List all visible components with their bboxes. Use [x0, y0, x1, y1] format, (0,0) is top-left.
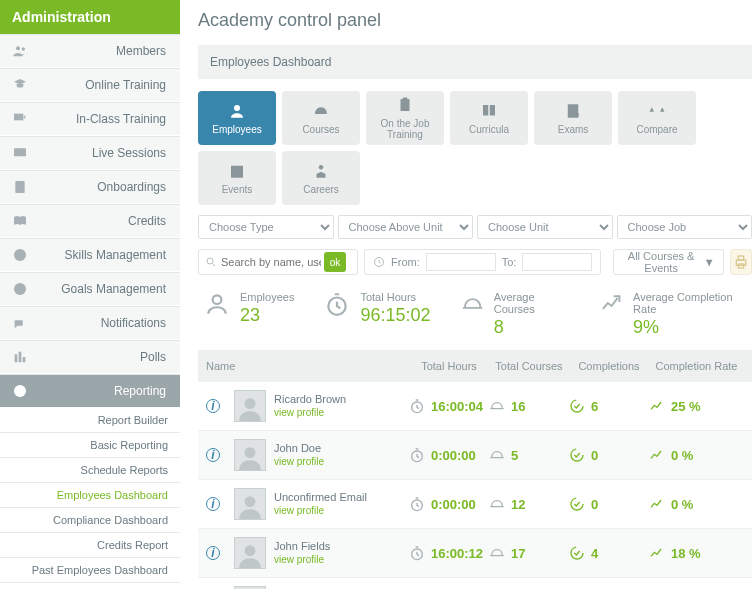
- filter-type[interactable]: Choose Type: [198, 215, 334, 239]
- triangle-down-icon: ▼: [704, 256, 715, 268]
- table-row: i Deppy Hatzi view profile 40:00:15 22 8…: [198, 578, 752, 589]
- completions-value: 0: [591, 497, 598, 512]
- completions-value: 0: [591, 448, 598, 463]
- check-icon: [569, 496, 585, 512]
- tab-label: Employees: [212, 124, 261, 135]
- user-icon: [228, 102, 246, 120]
- sidebar-subitem-credits-report[interactable]: Credits Report: [0, 533, 180, 558]
- polls-icon: [10, 349, 30, 365]
- sidebar-item-skills-management[interactable]: Skills Management: [0, 238, 180, 272]
- info-icon[interactable]: i: [206, 546, 220, 560]
- dropdown-label: All Courses & Events: [622, 250, 699, 274]
- rate-value: 25 %: [671, 399, 701, 414]
- sidebar-subitem-employees-dashboard[interactable]: Employees Dashboard: [0, 483, 180, 508]
- svg-line-1: [213, 264, 216, 267]
- hours-value: 16:00:12: [431, 546, 483, 561]
- sidebar-subitem-external-members-dashboard[interactable]: External Members Dashboard: [0, 583, 180, 589]
- sidebar-header: Administration: [0, 0, 180, 34]
- sidebar-item-credits[interactable]: Credits: [0, 204, 180, 238]
- sidebar-item-notifications[interactable]: Notifications: [0, 306, 180, 340]
- search-input[interactable]: [221, 256, 321, 268]
- sidebar-item-members[interactable]: Members: [0, 34, 180, 68]
- tab-label: Curricula: [469, 124, 509, 135]
- info-icon[interactable]: i: [206, 448, 220, 462]
- date-from-input[interactable]: [426, 253, 496, 271]
- sidebar-subitem-compliance-dashboard[interactable]: Compliance Dashboard: [0, 508, 180, 533]
- date-to-input[interactable]: [522, 253, 592, 271]
- avatar: [234, 439, 266, 471]
- info-icon[interactable]: i: [206, 399, 220, 413]
- table-row: i Ricardo Brown view profile 16:00:04 16…: [198, 382, 752, 431]
- date-range: From: To:: [364, 249, 601, 275]
- stopwatch-icon: [324, 291, 350, 317]
- employee-name: John Fields: [274, 540, 330, 552]
- stat-value: 23: [240, 305, 294, 326]
- search-icon: [205, 256, 217, 268]
- view-profile-link[interactable]: view profile: [274, 407, 324, 418]
- check-icon: [569, 398, 585, 414]
- table-header-row: Name Total Hours Total Courses Completio…: [198, 350, 752, 382]
- rate-value: 0 %: [671, 497, 693, 512]
- info-icon[interactable]: i: [206, 497, 220, 511]
- svg-point-0: [207, 258, 213, 264]
- sidebar-item-reporting[interactable]: Reporting: [0, 374, 180, 408]
- filter-job[interactable]: Choose Job: [617, 215, 753, 239]
- sidebar-subitem-past-employees-dashboard[interactable]: Past Employees Dashboard: [0, 558, 180, 583]
- view-profile-link[interactable]: view profile: [274, 554, 324, 565]
- view-profile-link[interactable]: view profile: [274, 505, 324, 516]
- hardhat-icon: [489, 398, 505, 414]
- to-label: To:: [502, 256, 517, 268]
- check-chart-icon: [600, 291, 623, 317]
- tab-curricula[interactable]: Curricula: [450, 91, 528, 145]
- sidebar-item-onboardings[interactable]: Onboardings: [0, 170, 180, 204]
- sidebar-item-goals-management[interactable]: Goals Management: [0, 272, 180, 306]
- tab-label: Compare: [636, 124, 677, 135]
- courses-value: 12: [511, 497, 525, 512]
- hours-value: 16:00:04: [431, 399, 483, 414]
- filter-above-unit[interactable]: Choose Above Unit: [338, 215, 474, 239]
- onboard-icon: [10, 179, 30, 195]
- tab-careers[interactable]: Careers: [282, 151, 360, 205]
- svg-rect-4: [738, 256, 743, 260]
- credits-icon: [10, 213, 30, 229]
- tab-exams[interactable]: Exams: [534, 91, 612, 145]
- page-title: Academy control panel: [198, 0, 752, 45]
- notif-icon: [10, 315, 30, 331]
- sidebar-item-live-sessions[interactable]: Live Sessions: [0, 136, 180, 170]
- tab-compare[interactable]: Compare: [618, 91, 696, 145]
- th-rate: Completion Rate: [649, 360, 744, 372]
- sidebar-subitem-report-builder[interactable]: Report Builder: [0, 408, 180, 433]
- chart-line-icon: [649, 496, 665, 512]
- tab-label: Courses: [302, 124, 339, 135]
- sidebar-item-in-class-training[interactable]: In-Class Training: [0, 102, 180, 136]
- employee-name: Ricardo Brown: [274, 393, 346, 405]
- tab-events[interactable]: Events: [198, 151, 276, 205]
- user-icon: [204, 291, 230, 317]
- search-wrap: ok: [198, 249, 358, 275]
- chart-line-icon: [649, 545, 665, 561]
- view-profile-link[interactable]: view profile: [274, 456, 324, 467]
- main-content: Academy control panel Employees Dashboar…: [180, 0, 752, 589]
- book-icon: [480, 102, 498, 120]
- tab-employees[interactable]: Employees: [198, 91, 276, 145]
- sidebar-item-label: Polls: [30, 350, 170, 364]
- calendar-icon: [228, 162, 246, 180]
- hours-value: 0:00:00: [431, 448, 476, 463]
- sidebar-item-label: Onboardings: [30, 180, 170, 194]
- print-button[interactable]: [730, 249, 752, 275]
- courses-value: 16: [511, 399, 525, 414]
- tab-courses[interactable]: Courses: [282, 91, 360, 145]
- tab-on-the-job-training[interactable]: On the Job Training: [366, 91, 444, 145]
- sidebar-subitem-schedule-reports[interactable]: Schedule Reports: [0, 458, 180, 483]
- courses-filter-dropdown[interactable]: All Courses & Events ▼: [613, 249, 723, 275]
- th-hours: Total Hours: [409, 360, 489, 372]
- tab-label: Careers: [303, 184, 339, 195]
- stopwatch-icon: [409, 545, 425, 561]
- search-ok-button[interactable]: ok: [324, 252, 346, 272]
- rate-value: 0 %: [671, 448, 693, 463]
- filter-unit[interactable]: Choose Unit: [477, 215, 613, 239]
- sidebar-item-polls[interactable]: Polls: [0, 340, 180, 374]
- hardhat-icon: [461, 291, 484, 317]
- sidebar-subitem-basic-reporting[interactable]: Basic Reporting: [0, 433, 180, 458]
- sidebar-item-online-training[interactable]: Online Training: [0, 68, 180, 102]
